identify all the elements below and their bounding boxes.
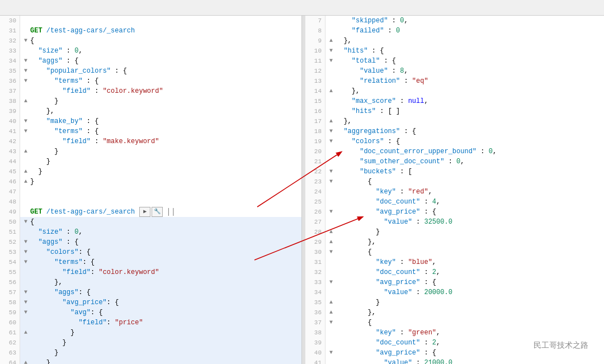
line-toggle[interactable]: ▼: [328, 46, 334, 56]
line-content: },: [334, 237, 604, 247]
line-number: 64: [0, 358, 20, 364]
line-toggle[interactable]: ▼: [22, 287, 29, 297]
line-toggle[interactable]: ▼: [328, 177, 334, 187]
line-content: "field" : "color.keyword": [29, 86, 301, 96]
line-toggle[interactable]: ▲: [22, 167, 29, 177]
line-toggle[interactable]: ▼: [22, 217, 29, 227]
line-toggle[interactable]: ▲: [22, 358, 29, 364]
line-number: 31: [305, 257, 325, 267]
line-toggle[interactable]: ▲: [328, 297, 334, 308]
line-number: 56: [0, 277, 20, 287]
line-number: 7: [305, 16, 325, 26]
wrench-button[interactable]: 🔧: [152, 207, 163, 217]
line-content: "doc_count_error_upper_bound" : 0,: [334, 146, 604, 157]
line-toggle[interactable]: ▼: [328, 136, 334, 146]
line-toggle[interactable]: ▼: [328, 207, 334, 217]
code-line: 16 "hits" : [ ]: [305, 106, 604, 116]
line-content: "colors": {: [29, 247, 301, 257]
code-line: 61▲ }: [0, 328, 301, 338]
line-content: "buckets" : [: [334, 167, 604, 177]
line-toggle[interactable]: ▼: [328, 277, 334, 287]
line-toggle[interactable]: ▲: [22, 328, 29, 338]
line-content: }: [334, 227, 604, 237]
code-line: 39 },: [0, 106, 301, 116]
app-window: 3031GET /test-agg-cars/_search32▼{33 "si…: [0, 0, 604, 364]
line-number: 49: [0, 207, 20, 217]
right-panel[interactable]: 7 "skipped" : 0,8 "failed" : 09▲ },10▼ "…: [305, 16, 604, 364]
line-content: "value" : 20000.0: [334, 287, 604, 297]
line-number: 52: [0, 237, 20, 247]
line-content: "avg": {: [29, 308, 301, 318]
left-panel[interactable]: 3031GET /test-agg-cars/_search32▼{33 "si…: [0, 16, 302, 364]
code-line: 27 "value" : 32500.0: [305, 217, 604, 227]
code-line: 29▲ },: [305, 237, 604, 247]
line-toggle[interactable]: ▼: [22, 247, 29, 257]
code-line: 41▼ "terms" : {: [0, 126, 301, 136]
line-content: "aggs": {: [29, 287, 301, 297]
code-line: 31GET /test-agg-cars/_search: [0, 26, 301, 36]
line-toggle[interactable]: ▲: [22, 177, 29, 187]
line-content: "relation" : "eq": [334, 76, 604, 86]
line-toggle[interactable]: ▲: [22, 96, 29, 106]
line-number: 34: [0, 56, 20, 66]
line-toggle[interactable]: ▲: [328, 237, 334, 247]
line-toggle[interactable]: ▼: [22, 297, 29, 308]
line-number: 21: [305, 157, 325, 167]
line-content: },: [334, 86, 604, 96]
line-number: 41: [0, 126, 20, 136]
code-line: 26▼ "avg_price" : {: [305, 207, 604, 217]
line-toggle[interactable]: ▼: [328, 126, 334, 136]
menu-help[interactable]: [22, 7, 31, 9]
line-toggle[interactable]: ▲: [328, 227, 334, 237]
line-toggle[interactable]: ▼: [22, 56, 29, 66]
code-line: 63 }: [0, 348, 301, 358]
menu-settings[interactable]: [13, 7, 22, 9]
line-number: 53: [0, 247, 20, 257]
line-toggle[interactable]: ▼: [22, 116, 29, 126]
line-toggle[interactable]: ▼: [328, 348, 334, 358]
line-toggle[interactable]: ▲: [328, 36, 334, 46]
line-number: 32: [305, 267, 325, 277]
line-toggle[interactable]: ▼: [22, 257, 29, 267]
line-toggle[interactable]: ▼: [22, 66, 29, 76]
line-content: },: [29, 106, 301, 116]
line-number: 45: [0, 167, 20, 177]
line-toggle[interactable]: ▲: [328, 116, 334, 126]
line-number: 16: [305, 106, 325, 116]
code-line: 18▼ "aggregations" : {: [305, 126, 604, 136]
line-toggle[interactable]: ▼: [328, 167, 334, 177]
code-line: 38▲ }: [0, 96, 301, 106]
line-number: 41: [305, 358, 325, 364]
line-content: }: [29, 177, 301, 187]
code-line: 13 "relation" : "eq": [305, 76, 604, 86]
line-toggle[interactable]: ▼: [22, 308, 29, 318]
line-toggle[interactable]: ▼: [328, 318, 334, 328]
line-content: }: [29, 328, 301, 338]
line-toggle[interactable]: ▲: [328, 86, 334, 96]
line-content: "aggregations" : {: [334, 126, 604, 136]
run-button[interactable]: ▶: [139, 207, 150, 217]
line-toggle[interactable]: ▼: [22, 36, 29, 46]
menu-history[interactable]: [4, 7, 13, 9]
code-line: 51 "size" : 0,: [0, 227, 301, 237]
line-toggle[interactable]: ▼: [328, 56, 334, 66]
line-content: }: [334, 297, 604, 308]
line-toggle[interactable]: ▼: [328, 247, 334, 257]
code-line: 52▼ "aggs" : {: [0, 237, 301, 247]
code-line: 55 "field": "color.keyword": [0, 267, 301, 277]
right-code-area: 7 "skipped" : 0,8 "failed" : 09▲ },10▼ "…: [305, 16, 604, 364]
line-number: 40: [305, 348, 325, 358]
line-number: 35: [305, 297, 325, 308]
code-line: 28▲ }: [305, 227, 604, 237]
code-line: 30▼ {: [305, 247, 604, 257]
line-toggle[interactable]: ▲: [328, 308, 334, 318]
code-line: 36▼ "terms" : {: [0, 76, 301, 86]
line-number: 26: [305, 207, 325, 217]
line-content: "avg_price" : {: [334, 277, 604, 287]
line-number: 35: [0, 66, 20, 76]
line-content: "field": "price": [29, 318, 301, 328]
line-toggle[interactable]: ▲: [22, 146, 29, 157]
line-toggle[interactable]: ▼: [22, 126, 29, 136]
line-toggle[interactable]: ▼: [22, 76, 29, 86]
line-toggle[interactable]: ▼: [22, 237, 29, 247]
